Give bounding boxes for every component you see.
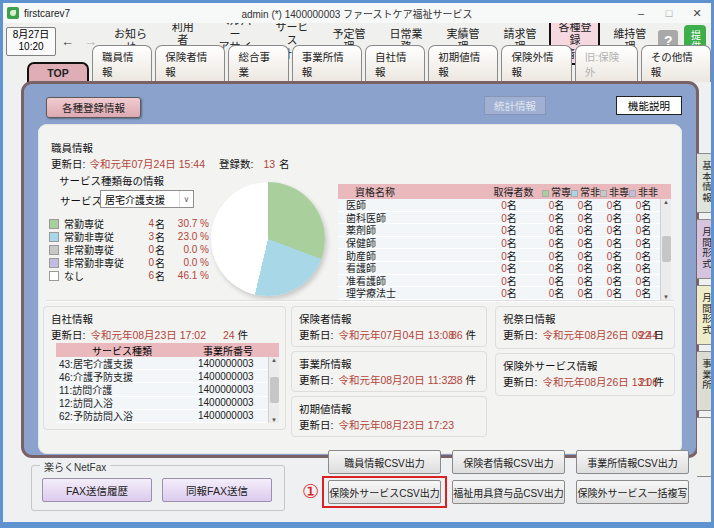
scroll-up-icon: ▲ [663,199,669,205]
company-info-block: 自社情報 更新日: 令和元年08月23日 17:02 24 件 サービス種類 事… [43,306,286,430]
qualification-table-body: 医師 0名 0名 0名 0名 0名 歯科医師 0名 0名 0名 0名 [338,199,671,300]
info-block: 祝祭日情報 更新日:令和元年08月26日 09:44 22 日 [495,306,675,349]
legend-color-swatch [49,232,59,242]
tab-bar: TOP職員情報保険者情報総合事業事業所情報自社情報初期値情報保険外情報旧:保険外… [3,59,711,82]
tab[interactable]: 保険者情報 [155,45,225,82]
fax-broadcast-button[interactable]: 同報FAX送信 [162,478,272,502]
section-badge: 各種登録情報 [46,97,141,118]
side-tab[interactable]: 事業所 [697,351,714,411]
qualification-table: 資格名称取得者数常専常非非専非非 医師 0名 0名 0名 0名 0名 歯科医師 … [338,184,671,300]
scroll-up-icon: ▲ [271,357,277,363]
csv-button-grid: 職員情報CSV出力保険者情報CSV出力事業所情報CSV出力 保険外サービスCSV… [328,450,689,504]
staff-section-title: 職員情報 [51,140,93,155]
maximize-button[interactable]: □ [655,3,683,23]
service-type-dropdown[interactable]: 居宅介護支援 ∨ [100,190,194,208]
staff-subsection-title: サービス種類毎の情報 [59,173,164,188]
service-type-value: 居宅介護支援 [105,192,165,207]
legend-color-swatch [49,219,59,229]
csv-export-button[interactable]: 職員情報CSV出力 [328,450,441,474]
app-window: firstcarev7 admin (*) 1400000003 ファーストケア… [0,0,714,528]
main-panel: 各種登録情報 統計情報 機能説明 職員情報 更新日: 令和元年07月24日 15… [21,81,699,458]
tab[interactable]: その他情報 [641,45,711,82]
legend-item: なし 6 名 46.1 % [49,269,209,282]
header-color-square [629,190,636,197]
info-block: 事業所情報 更新日:令和元年08月20日 11:32 38 件 [291,351,487,392]
legend-color-swatch [49,271,59,281]
info-block: 初期値情報 更新日:令和元年08月23日 17:23 [291,396,487,437]
chevron-down-icon: ∨ [179,191,193,207]
netfax-group: 楽らくNetFax FAX送信履歴 同報FAX送信 [31,465,285,511]
company-service-table: サービス種類 事業所番号 43:居宅介護支援 1400000003 46:介護予… [56,343,279,423]
count-label: 登録数: [219,156,253,171]
tab[interactable]: TOP [27,62,89,82]
header-color-square [600,190,607,197]
staff-updated-value: 令和元年07月24日 15:44 [89,156,205,171]
service-label: サービス [60,193,102,208]
side-tab[interactable]: 月間形式 [697,285,714,345]
annotation-circle-1: ① [302,480,319,503]
info-block: 保険外サービス情報 更新日:令和元年08月26日 13:06 21 件 [495,353,675,396]
tab[interactable]: 保険外情報 [501,45,571,82]
company-section-title: 自社情報 [51,311,93,326]
table-row: 62:予防訪問入浴 1400000003 [56,410,279,423]
minimize-button[interactable]: – [627,3,655,23]
tab[interactable]: 事業所情報 [292,45,362,82]
staff-count-unit: 名 [279,156,290,171]
header-color-square [542,190,549,197]
staff-updated-row: 更新日: 令和元年07月24日 15:44 登録数: 13 名 [51,156,290,171]
scrollbar-thumb[interactable] [662,236,671,262]
csv-export-button[interactable]: 保険外サービスCSV出力 [328,480,441,504]
side-tab-strip: 基本情報月間形式月間形式事業所 [697,153,714,483]
close-button[interactable]: ✕ [683,3,711,23]
tab[interactable]: 旧:保険外 [575,45,638,82]
function-help-button[interactable]: 機能説明 [616,96,682,115]
csv-export-button[interactable]: 保険外サービス一括複写 [576,480,689,504]
date-time-display: 8月27日 10:20 [6,27,56,56]
section-divider [46,300,674,301]
company-updated-row: 更新日: 令和元年08月23日 17:02 24 件 [51,327,248,342]
company-table-body: 43:居宅介護支援 1400000003 46:介護予防支援 140000000… [56,357,279,423]
tab[interactable]: 自社情報 [365,45,425,82]
statistics-button[interactable]: 統計情報 [484,96,546,115]
staff-pie-chart [211,182,325,296]
csv-export-button[interactable]: 福祉用具貸与品CSV出力 [452,480,565,504]
scroll-down-icon: ▼ [271,417,277,423]
staff-count-value: 13 [263,158,275,170]
header-color-square [571,190,578,197]
legend-color-swatch [49,245,59,255]
csv-export-button[interactable]: 事業所情報CSV出力 [576,450,689,474]
side-tab[interactable]: 基本情報 [697,153,714,213]
tab[interactable]: 総合事業 [228,45,288,82]
window-caption: admin (*) 1400000003 ファーストケア福祉サービス [3,6,711,21]
table-row: 理学療法士 0名 0名 0名 0名 0名 [338,287,671,300]
updated-label: 更新日: [51,156,85,171]
tab[interactable]: 職員情報 [92,45,152,82]
scrollbar-thumb[interactable] [270,377,279,403]
tab[interactable]: 初期値情報 [428,45,498,82]
netfax-group-label: 楽らくNetFax [40,459,110,474]
csv-export-button[interactable]: 保険者情報CSV出力 [452,450,565,474]
info-block: 保険者情報 更新日:令和元年07月04日 13:08 86 件 [291,306,487,347]
title-bar: firstcarev7 admin (*) 1400000003 ファーストケア… [3,3,711,23]
scrollbar[interactable]: ▲ ▼ [268,357,279,423]
side-tab[interactable]: 月間形式 [697,219,714,279]
legend-color-swatch [49,258,59,268]
back-arrow-icon[interactable]: ← [61,34,74,49]
employment-legend: 常勤専従 4 名 30.7 % 常勤非専従 3 名 23.0 % 非常勤専従 0 [49,217,209,282]
fax-history-button[interactable]: FAX送信履歴 [42,478,152,502]
content-panel: 職員情報 更新日: 令和元年07月24日 15:44 登録数: 13 名 サービ… [38,124,682,454]
side-tab[interactable] [697,417,714,477]
scrollbar[interactable]: ▲ ▼ [660,199,671,300]
scroll-down-icon: ▼ [663,294,669,300]
